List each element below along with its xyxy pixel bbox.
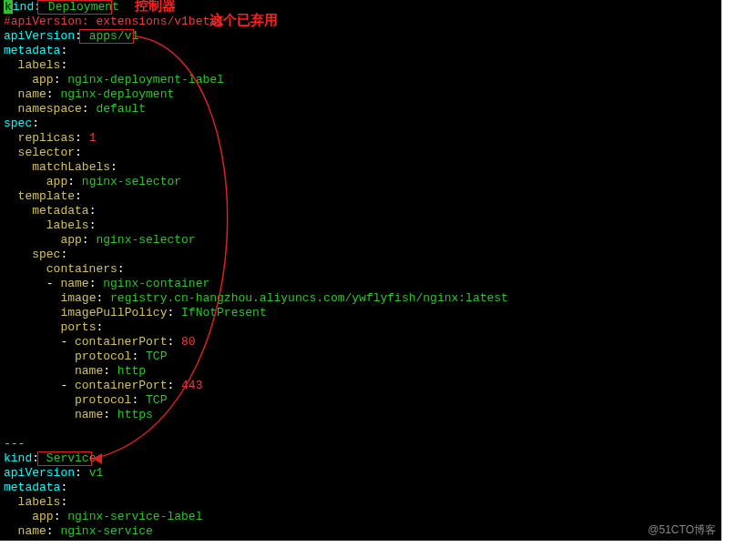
blank-line <box>4 422 718 437</box>
annotation-deprecated: 这个已弃用 <box>209 13 278 27</box>
yaml-line: app: nginx-service-label <box>4 510 718 524</box>
yaml-line: protocol: TCP <box>4 349 718 364</box>
yaml-line: namespace: default <box>4 102 718 116</box>
yaml-line: name: nginx-service <box>4 524 718 539</box>
yaml-line: app: nginx-selector <box>4 175 718 189</box>
yaml-line: image: registry.cn-hangzhou.aliyuncs.com… <box>4 291 718 306</box>
yaml-line: replicas: 1 <box>4 131 718 146</box>
yaml-line: protocol: TCP <box>4 393 718 408</box>
cursor: k <box>4 0 13 14</box>
yaml-line: kind: Service <box>4 451 718 466</box>
yaml-line: matchLabels: <box>4 160 718 175</box>
yaml-line: name: https <box>4 408 718 422</box>
yaml-line: app: nginx-deployment-label <box>4 73 718 87</box>
yaml-line: kind: Deployment <box>4 0 718 15</box>
yaml-line: spec: <box>4 116 718 131</box>
yaml-line: name: nginx-deployment <box>4 87 718 102</box>
yaml-line: name: http <box>4 364 718 379</box>
yaml-line: metadata: <box>4 44 718 58</box>
yaml-line: apiVersion: v1 <box>4 466 718 481</box>
yaml-line: - containerPort: 443 <box>4 379 718 393</box>
yaml-line: labels: <box>4 495 718 510</box>
terminal-editor[interactable]: kind: Deployment #apiVersion: extensions… <box>0 0 721 541</box>
yaml-line: apiVersion: apps/v1 <box>4 29 718 44</box>
yaml-line: containers: <box>4 262 718 277</box>
yaml-line: metadata: <box>4 204 718 218</box>
comment-line: #apiVersion: extensions/v1beta1 <box>4 15 718 29</box>
yaml-line: namespace: default <box>4 539 718 541</box>
yaml-line: labels: <box>4 58 718 73</box>
yaml-line: - name: nginx-container <box>4 277 718 291</box>
yaml-line: selector: <box>4 146 718 160</box>
yaml-line: ports: <box>4 320 718 335</box>
yaml-separator: --- <box>4 437 718 451</box>
watermark: @51CTO博客 <box>648 522 716 537</box>
yaml-line: spec: <box>4 248 718 262</box>
yaml-line: metadata: <box>4 481 718 495</box>
yaml-line: labels: <box>4 218 718 233</box>
yaml-line: template: <box>4 189 718 204</box>
yaml-line: imagePullPolicy: IfNotPresent <box>4 306 718 320</box>
annotation-controller: 控制器 <box>135 0 176 13</box>
yaml-line: - containerPort: 80 <box>4 335 718 349</box>
yaml-line: app: nginx-selector <box>4 233 718 248</box>
